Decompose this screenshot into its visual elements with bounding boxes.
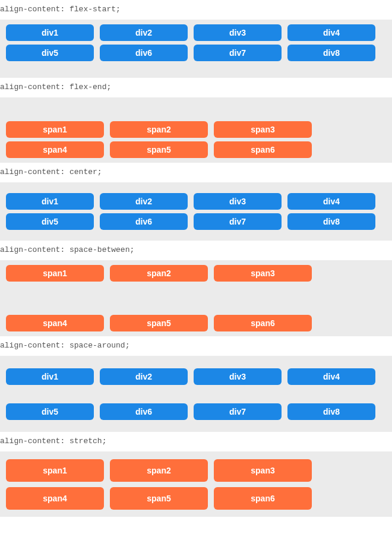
flex-item: div2 — [100, 24, 188, 41]
flex-item: span5 — [110, 141, 208, 158]
flex-item: div6 — [100, 403, 188, 420]
demo-flex-start: div1 div2 div3 div4 div5 div6 div7 div8 — [0, 20, 392, 78]
flex-item: span6 — [214, 315, 312, 331]
flex-item: div8 — [287, 213, 375, 230]
code-label: align-content: flex-start; — [0, 0, 392, 20]
code-label: align-content: space-around; — [0, 336, 392, 356]
flex-item: span3 — [214, 265, 312, 282]
flex-item: div5 — [6, 45, 94, 61]
flex-item: div7 — [194, 403, 282, 420]
flex-item: div6 — [100, 213, 188, 230]
flex-item: div1 — [6, 368, 94, 385]
flex-item: span4 — [6, 315, 104, 331]
flex-item: span2 — [110, 265, 208, 282]
stretch-row: span4 span5 span6 — [6, 484, 386, 512]
flex-item: span6 — [214, 487, 312, 510]
flex-item: div2 — [100, 368, 188, 385]
flex-item: div4 — [287, 24, 375, 41]
demo-stretch: span1 span2 span3 span4 span5 span6 — [0, 451, 392, 517]
flex-item: div3 — [194, 368, 282, 385]
flex-item: div4 — [287, 193, 375, 210]
code-label: align-content: center; — [0, 163, 392, 182]
flex-item: div3 — [194, 24, 282, 41]
code-label: align-content: stretch; — [0, 432, 392, 451]
demo-flex-end: span1 span2 span3 span4 span5 span6 — [0, 97, 392, 163]
flex-item: span3 — [214, 121, 312, 138]
flex-item: span1 — [6, 459, 104, 482]
flex-item: div3 — [194, 193, 282, 210]
code-label: align-content: space-between; — [0, 241, 392, 260]
flex-item: div5 — [6, 403, 94, 420]
demo-space-between: span1 span2 span3 span4 span5 span6 — [0, 260, 392, 336]
flex-item: div1 — [6, 24, 94, 41]
flex-item: span5 — [110, 487, 208, 510]
flex-item: span2 — [110, 121, 208, 138]
flex-item: span4 — [6, 141, 104, 158]
code-label: align-content: flex-end; — [0, 78, 392, 97]
flex-item: span1 — [6, 265, 104, 282]
flex-item: span3 — [214, 459, 312, 482]
flex-item: div7 — [194, 45, 282, 61]
flex-item: span1 — [6, 121, 104, 138]
flex-item: span5 — [110, 315, 208, 331]
stretch-row: span1 span2 span3 — [6, 456, 386, 484]
flex-item: span4 — [6, 487, 104, 510]
flex-item: div5 — [6, 213, 94, 230]
flex-item: span2 — [110, 459, 208, 482]
flex-item: div8 — [287, 403, 375, 420]
flex-item: div4 — [287, 368, 375, 385]
flex-item: span6 — [214, 141, 312, 158]
flex-item: div6 — [100, 45, 188, 61]
flex-item: div2 — [100, 193, 188, 210]
demo-space-around: div1 div2 div3 div4 div5 div6 div7 div8 — [0, 356, 392, 432]
flex-item: div1 — [6, 193, 94, 210]
flex-item: div7 — [194, 213, 282, 230]
flex-item: div8 — [287, 45, 375, 61]
demo-center: div1 div2 div3 div4 div5 div6 div7 div8 — [0, 182, 392, 241]
